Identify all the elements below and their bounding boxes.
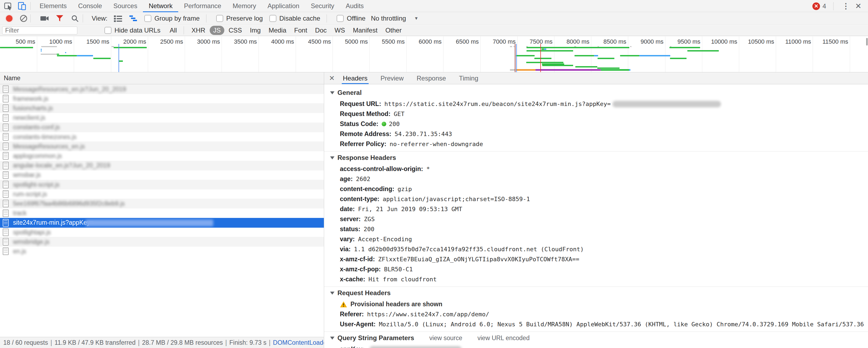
timeline-overview[interactable]: 500 ms1000 ms1500 ms2000 ms2500 ms3000 m…: [0, 36, 868, 72]
section-link[interactable]: view source: [429, 335, 462, 342]
header-line: server:ZGS: [324, 214, 868, 224]
clear-icon[interactable]: [20, 15, 27, 22]
waterfall-bar: [41, 50, 42, 51]
panel-tabs: ElementsConsoleSourcesNetworkPerformance…: [34, 0, 369, 12]
header-line: User-Agent:Mozilla/5.0 (Linux; Android 6…: [324, 319, 868, 329]
section-header[interactable]: Request Headers: [324, 287, 868, 299]
detail-tab-response[interactable]: Response: [415, 72, 447, 84]
tab-memory[interactable]: Memory: [227, 0, 262, 12]
filter-pill-js[interactable]: JS: [210, 26, 224, 35]
close-devtools-icon[interactable]: ✕: [855, 2, 862, 10]
inspect-element-icon[interactable]: [3, 1, 13, 11]
filter-pill-other[interactable]: Other: [382, 26, 405, 35]
filter-input[interactable]: [2, 27, 77, 34]
request-row[interactable]: MessageResources_en.js: [0, 141, 324, 151]
detail-tab-preview[interactable]: Preview: [379, 72, 405, 84]
section-header[interactable]: Query String Parametersview sourceview U…: [324, 332, 868, 344]
section-header[interactable]: Response Headers: [324, 151, 868, 164]
tab-audits[interactable]: Audits: [340, 0, 369, 12]
waterfall-bar: [527, 47, 629, 48]
request-row[interactable]: spotlight-script.js: [0, 180, 324, 189]
network-filter-bar: Hide data URLs AllXHRJSCSSImgMediaFontDo…: [0, 25, 868, 36]
script-file-icon: [3, 124, 9, 131]
tab-console[interactable]: Console: [72, 0, 108, 12]
toolbar-divider: [206, 14, 207, 23]
search-icon[interactable]: [70, 14, 80, 23]
header-value: 200: [364, 226, 374, 233]
hide-data-urls-checkbox[interactable]: [104, 27, 112, 34]
detail-tabs: HeadersPreviewResponseTiming: [342, 72, 490, 84]
waterfall-bar: [510, 69, 515, 71]
request-row[interactable]: constants-timezones.js: [0, 132, 324, 142]
header-value: no-referrer-when-downgrade: [390, 141, 483, 147]
filter-pill-font[interactable]: Font: [291, 26, 311, 35]
redacted-value: [369, 346, 462, 348]
view-list-icon[interactable]: [113, 14, 123, 23]
chevron-down-icon[interactable]: ▼: [414, 16, 418, 21]
filter-pill-xhr[interactable]: XHR: [188, 26, 209, 35]
request-row[interactable]: wmsbar.js: [0, 170, 324, 180]
request-row[interactable]: wmsbridge.js: [0, 237, 324, 247]
request-row[interactable]: framework.js: [0, 94, 324, 104]
request-row[interactable]: en.js: [0, 246, 324, 256]
hide-data-urls-label: Hide data URLs: [115, 27, 160, 34]
tab-security[interactable]: Security: [305, 0, 340, 12]
tab-network[interactable]: Network: [143, 0, 178, 12]
detail-tab-headers[interactable]: Headers: [342, 72, 369, 84]
kebab-menu-icon[interactable]: ⋮: [842, 2, 850, 10]
request-row[interactable]: site24x7rum-min.js?appKey=: [0, 218, 324, 228]
tab-performance[interactable]: Performance: [178, 0, 227, 12]
disclosure-triangle-icon: [330, 337, 335, 340]
filter-pill-media[interactable]: Media: [265, 26, 290, 35]
section-title: Response Headers: [337, 154, 396, 162]
script-file-icon: [3, 200, 9, 207]
filter-pill-doc[interactable]: Doc: [312, 26, 330, 35]
request-row[interactable]: track: [0, 208, 324, 218]
timeline-tick-label: 1000 ms: [29, 38, 72, 45]
request-row[interactable]: rum-script.js: [0, 189, 324, 199]
timeline-tick-label: 6000 ms: [398, 38, 442, 45]
offline-checkbox[interactable]: [337, 15, 344, 22]
script-file-icon: [3, 238, 9, 246]
request-row[interactable]: MessageResources_en.js?Jun_20_2019: [0, 84, 324, 94]
device-toolbar-icon[interactable]: [17, 1, 27, 11]
filter-pill-img[interactable]: Img: [246, 26, 264, 35]
section-link[interactable]: view URL encoded: [477, 335, 529, 342]
close-details-icon[interactable]: ✕: [329, 72, 335, 84]
request-row[interactable]: fusioncharts.js: [0, 103, 324, 113]
group-by-frame-label: Group by frame: [154, 14, 199, 22]
name-column-header[interactable]: Name: [0, 72, 324, 84]
filter-pill-all[interactable]: All: [166, 26, 180, 35]
filter-pill-manifest[interactable]: Manifest: [349, 26, 381, 35]
request-row[interactable]: 5ee169f67faa4b86b6896d935f2c8eb9.js: [0, 199, 324, 208]
filter-funnel-icon[interactable]: [55, 14, 64, 23]
record-network-log-icon[interactable]: [6, 15, 12, 22]
filter-pill-css[interactable]: CSS: [225, 26, 246, 35]
request-row[interactable]: angular-locale_en.js?Jun_20_2019: [0, 161, 324, 171]
section-header[interactable]: General: [324, 86, 868, 99]
header-value: Accept-Encoding: [358, 236, 412, 243]
request-row[interactable]: newclient.js: [0, 113, 324, 123]
tab-application[interactable]: Application: [262, 0, 305, 12]
view-waterfall-icon[interactable]: [129, 14, 138, 23]
detail-tab-timing[interactable]: Timing: [458, 72, 479, 84]
header-key: Request URL:: [340, 100, 381, 108]
request-name: 5ee169f67faa4b86b6896d935f2c8eb9.js: [13, 200, 125, 207]
request-row[interactable]: applogcommon.js: [0, 151, 324, 161]
preserve-log-checkbox[interactable]: [216, 15, 223, 22]
header-value: application/javascript;charset=ISO-8859-…: [383, 196, 530, 203]
error-badge-icon[interactable]: ✕: [812, 2, 820, 10]
request-row[interactable]: constants-conf.js: [0, 123, 324, 132]
overview-scrollbar-thumb[interactable]: [866, 38, 868, 45]
section-title: Query String Parameters: [337, 334, 414, 342]
disable-cache-checkbox[interactable]: [269, 15, 276, 22]
group-by-frame-checkbox[interactable]: [144, 15, 151, 22]
request-row[interactable]: spotlightapi.js: [0, 228, 324, 237]
screenshot-capture-icon[interactable]: [40, 14, 49, 23]
tab-elements[interactable]: Elements: [34, 0, 72, 12]
tab-sources[interactable]: Sources: [108, 0, 143, 12]
filter-pill-ws[interactable]: WS: [331, 26, 348, 35]
throttling-select[interactable]: No throttling: [371, 14, 406, 22]
header-key: Request Method:: [340, 110, 391, 117]
request-list: MessageResources_en.js?Jun_20_2019framew…: [0, 84, 324, 337]
